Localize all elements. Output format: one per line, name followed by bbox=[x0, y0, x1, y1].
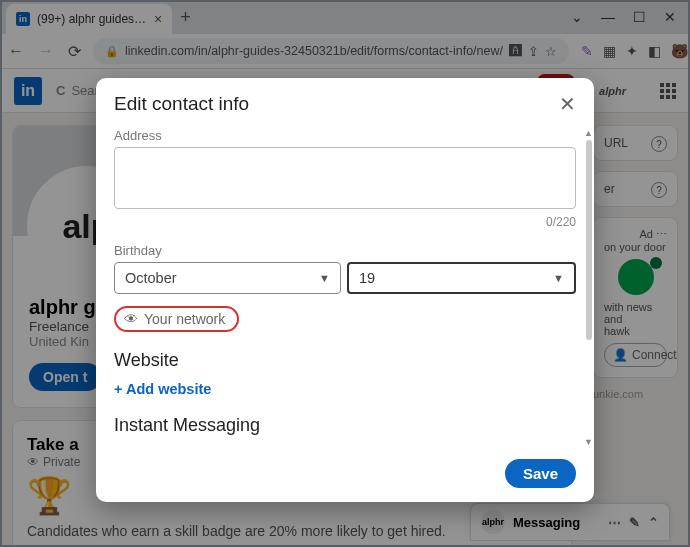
scrollbar-thumb[interactable] bbox=[586, 140, 592, 340]
im-heading: Instant Messaging bbox=[114, 415, 576, 436]
edit-contact-modal: Edit contact info ✕ Address 0/220 Birthd… bbox=[96, 78, 594, 502]
caret-down-icon: ▼ bbox=[553, 272, 564, 284]
birthday-day-select[interactable]: 19 ▼ bbox=[347, 262, 576, 294]
visibility-button[interactable]: 👁 Your network bbox=[114, 306, 239, 332]
birthday-month-select[interactable]: October ▼ bbox=[114, 262, 341, 294]
scrollbar[interactable]: ▲ ▼ bbox=[584, 132, 592, 443]
address-counter: 0/220 bbox=[114, 215, 576, 229]
add-website-link[interactable]: + Add website bbox=[114, 381, 576, 397]
caret-down-icon: ▼ bbox=[319, 272, 330, 284]
website-heading: Website bbox=[114, 350, 576, 371]
address-input[interactable] bbox=[114, 147, 576, 209]
visibility-label: Your network bbox=[144, 311, 225, 327]
scroll-down-icon[interactable]: ▼ bbox=[584, 437, 593, 447]
eye-icon: 👁 bbox=[124, 311, 138, 327]
birthday-month-value: October bbox=[125, 270, 177, 286]
save-button[interactable]: Save bbox=[505, 459, 576, 488]
modal-title: Edit contact info bbox=[114, 93, 249, 115]
address-label: Address bbox=[114, 128, 576, 143]
birthday-label: Birthday bbox=[114, 243, 576, 258]
birthday-day-value: 19 bbox=[359, 270, 375, 286]
close-icon[interactable]: ✕ bbox=[559, 92, 576, 116]
